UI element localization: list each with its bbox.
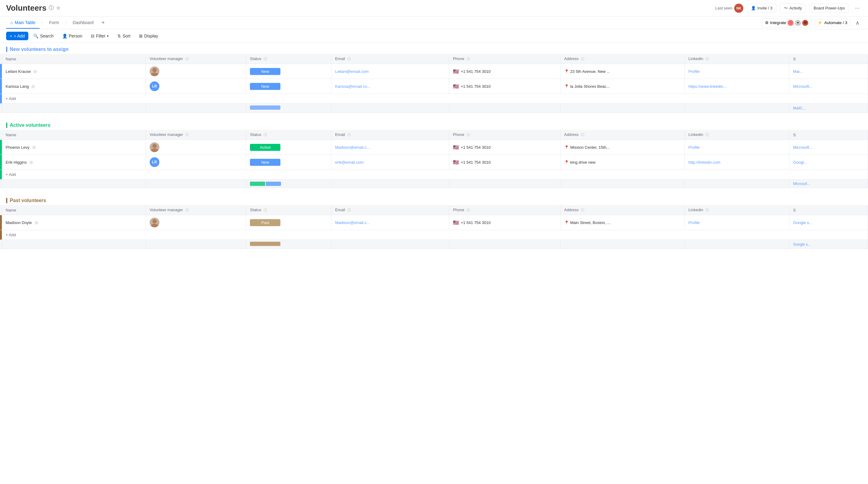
add-subitem-icon-active-1[interactable]: ⊕: [32, 145, 36, 150]
add-subitem-icon-2[interactable]: ⊕: [31, 84, 35, 89]
email-link-active-2[interactable]: erik@email.com: [335, 160, 363, 164]
integrate-button[interactable]: ⚙ Integrate ♡ ✦ M: [762, 18, 812, 27]
th-status-past: Status ⓘ: [246, 205, 331, 215]
table-row[interactable]: Madison Doyle ⊕: [0, 215, 868, 230]
cell-linkedin-2: https://www.linkedin...: [684, 79, 789, 94]
filter-button[interactable]: ⊟ Filter ▾: [87, 32, 113, 40]
flag-icon-past-1: 🇺🇸: [453, 220, 459, 225]
sort-button[interactable]: ⇅ Sort: [114, 32, 134, 40]
group-active-title[interactable]: Active volunteers: [10, 123, 50, 128]
s-text-2: Microsoft...: [793, 84, 812, 89]
add-tab-button[interactable]: +: [99, 17, 107, 29]
info-icon[interactable]: ⓘ: [49, 5, 54, 11]
email-link-active-1[interactable]: Madison@email.c...: [335, 145, 370, 150]
email-link-2[interactable]: Karissa@email.co...: [335, 84, 370, 89]
th-phone-info-icon[interactable]: ⓘ: [467, 57, 470, 61]
add-row-cell-active[interactable]: + Add: [2, 170, 868, 180]
automate-button[interactable]: ⚡ Automate / 3: [814, 19, 850, 27]
address-cell-past-1: 📍 Main Street, Boston, ...: [564, 220, 681, 225]
app-title-area: Volunteers ⓘ ☆: [6, 3, 60, 13]
tab-divider-1: [42, 20, 42, 26]
group-bar-green: [6, 123, 7, 128]
th-linkedin-info-active[interactable]: ⓘ: [706, 133, 709, 137]
search-label: Search: [40, 33, 53, 38]
add-row-cell-past[interactable]: + Add: [2, 230, 868, 240]
th-address-info-active[interactable]: ⓘ: [581, 133, 584, 137]
summary-manager-active: [146, 180, 246, 188]
email-link-1[interactable]: Leilani@email.com: [335, 69, 369, 74]
email-link-past-1[interactable]: Madison@email.c...: [335, 220, 370, 225]
th-status-info-active[interactable]: ⓘ: [264, 133, 267, 137]
display-button[interactable]: ⊞ Display: [135, 32, 162, 40]
add-subitem-icon-1[interactable]: ⊕: [33, 68, 37, 74]
tab-main-table[interactable]: ⌂ Main Table: [6, 17, 40, 29]
status-badge-past-1: Past: [250, 219, 280, 226]
collapse-button[interactable]: ∧: [853, 18, 862, 28]
group-spacer-1: [0, 113, 868, 119]
linkedin-link-2[interactable]: https://www.linkedin...: [688, 84, 726, 89]
th-email-info-past[interactable]: ⓘ: [347, 208, 351, 212]
th-phone-past: Phone ⓘ: [449, 205, 560, 215]
linkedin-link-active-2[interactable]: http://linkedin.com: [688, 160, 720, 164]
th-manager-info-active[interactable]: ⓘ: [185, 133, 189, 137]
activity-button[interactable]: 〜 Activity: [780, 3, 806, 13]
table-row[interactable]: Erik Higgins ⊕ LR New erik@email.com: [0, 155, 868, 170]
summary-s-text-past: Google s...: [793, 242, 811, 247]
linkedin-link-past-1[interactable]: Profile: [688, 220, 700, 225]
add-row-new[interactable]: + Add: [0, 94, 868, 103]
linkedin-link-active-1[interactable]: Profile: [688, 145, 700, 150]
linkedin-link-1[interactable]: Profile: [688, 69, 700, 74]
svg-point-0: [152, 68, 157, 72]
tab-form[interactable]: Form: [45, 17, 63, 29]
group-past-title[interactable]: Past volunteers: [10, 198, 46, 203]
summary-linkedin-new: [684, 103, 789, 113]
th-linkedin-info-icon[interactable]: ⓘ: [706, 57, 709, 61]
summary-row-active: Microsof...: [0, 180, 868, 188]
add-row-cell-new[interactable]: + Add: [2, 94, 868, 103]
summary-status-bar-new: [250, 105, 280, 110]
table-row[interactable]: Karissa Lang ⊕ LR New Karissa@email.co..…: [0, 79, 868, 94]
add-row-active[interactable]: + Add: [0, 170, 868, 180]
cell-email-past-1: Madison@email.c...: [331, 215, 449, 230]
table-row[interactable]: Phoenix Levy ⊕: [0, 140, 868, 155]
th-email-info-icon[interactable]: ⓘ: [347, 57, 351, 61]
more-options-button[interactable]: ···: [852, 3, 862, 13]
tab-dashboard[interactable]: Dashboard: [69, 17, 98, 29]
cell-email-active-2: erik@email.com: [331, 155, 449, 170]
summary-email-active: [331, 180, 449, 188]
th-status-info-past[interactable]: ⓘ: [264, 208, 267, 212]
group-new-title[interactable]: New volunteers to assign: [10, 47, 69, 52]
summary-linkedin-past: [684, 240, 789, 249]
cell-manager-past-1: [146, 215, 246, 230]
s-text-active-1: Microsoft...: [793, 145, 812, 150]
th-phone: Phone ⓘ: [449, 54, 560, 64]
th-phone-info-active[interactable]: ⓘ: [467, 133, 470, 137]
th-address-info-past[interactable]: ⓘ: [581, 208, 584, 212]
add-subitem-icon-active-2[interactable]: ⊕: [29, 159, 33, 165]
th-manager-info-icon[interactable]: ⓘ: [185, 57, 189, 61]
summary-s-text-new: MailC...: [793, 106, 806, 110]
th-status-active: Status ⓘ: [246, 130, 331, 140]
th-manager-info-past[interactable]: ⓘ: [185, 208, 189, 212]
person-filter-button[interactable]: 👤 Person: [59, 32, 86, 40]
add-button[interactable]: + + Add: [6, 32, 28, 40]
th-address-info-icon[interactable]: ⓘ: [581, 57, 584, 61]
add-row-past[interactable]: + Add: [0, 230, 868, 240]
group-bar-brown: [6, 198, 7, 203]
search-button[interactable]: 🔍 Search: [30, 32, 57, 40]
display-icon: ⊞: [139, 33, 143, 38]
th-linkedin-info-past[interactable]: ⓘ: [706, 208, 709, 212]
invite-button[interactable]: 👤 Invite / 3: [747, 4, 776, 12]
add-subitem-icon-past-1[interactable]: ⊕: [34, 220, 38, 225]
integration-icon-1: ♡: [787, 20, 794, 26]
th-phone-info-past[interactable]: ⓘ: [467, 208, 470, 212]
th-status-info-icon[interactable]: ⓘ: [264, 57, 267, 61]
star-icon[interactable]: ☆: [56, 5, 60, 11]
flag-icon-2: 🇺🇸: [453, 84, 459, 89]
search-icon: 🔍: [33, 33, 38, 38]
table-row[interactable]: Leilani Krause ⊕: [0, 64, 868, 79]
board-powerups-button[interactable]: Board Power-Ups: [809, 4, 849, 12]
th-s-active: S: [789, 130, 868, 140]
th-email-info-active[interactable]: ⓘ: [347, 133, 351, 137]
person-filter-icon: 👤: [62, 33, 67, 38]
